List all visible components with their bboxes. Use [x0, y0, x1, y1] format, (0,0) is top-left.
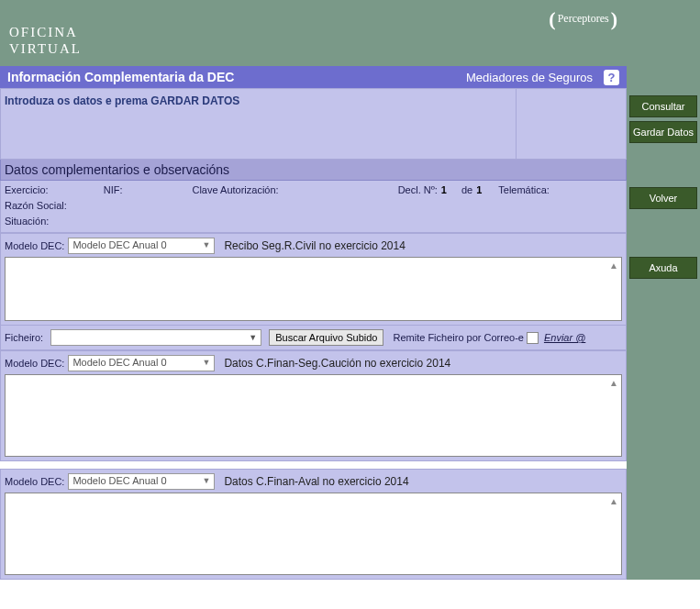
- nif-label: NIF:: [104, 184, 123, 195]
- de-label: de1: [461, 184, 482, 195]
- brand-line2: VIRTUAL: [9, 40, 82, 57]
- model-label-1: Modelo DEC:: [5, 358, 64, 369]
- scroll-up-icon[interactable]: ▲: [609, 260, 618, 271]
- block-title-2: Datos C.Finan-Aval no exercicio 2014: [224, 475, 408, 488]
- brand-logo: OFICINA VIRTUAL: [9, 24, 82, 57]
- perceptores-link[interactable]: Perceptores: [549, 7, 617, 31]
- section-header: Datos complementarios e observacións: [0, 160, 627, 181]
- axuda-button[interactable]: Axuda: [629, 257, 697, 279]
- exercicio-label: Exercicio:: [5, 184, 49, 195]
- textarea-2[interactable]: ▲: [5, 493, 622, 575]
- block-title-1: Datos C.Finan-Seg.Caución no exercicio 2…: [224, 357, 450, 370]
- instruction-text: Introduza os datos e prema GARDAR DATOS: [0, 88, 517, 160]
- clave-label: Clave Autorización:: [192, 184, 278, 195]
- top-bar: OFICINA VIRTUAL Perceptores: [0, 0, 627, 66]
- header-bar: Información Complementaria da DEC Mediad…: [0, 66, 627, 88]
- decl-num: 1: [441, 184, 447, 195]
- remite-checkbox[interactable]: [527, 332, 539, 344]
- brand-line1: OFICINA: [9, 24, 82, 40]
- file-row: Ficheiro: Buscar Arquivo Subido Remite F…: [0, 326, 627, 350]
- volver-button[interactable]: Volver: [629, 187, 697, 209]
- model-select-2[interactable]: Modelo DEC Anual 0: [68, 473, 215, 490]
- model-select-0[interactable]: Modelo DEC Anual 0: [68, 238, 215, 254]
- gardar-datos-button[interactable]: Gardar Datos: [629, 121, 697, 143]
- textarea-1[interactable]: ▲: [5, 374, 622, 457]
- decl-label: Decl. Nº:1: [398, 184, 447, 195]
- block-title-0: Recibo Seg.R.Civil no exercicio 2014: [224, 239, 405, 252]
- scroll-up-icon[interactable]: ▲: [609, 496, 618, 506]
- model-block-1: Modelo DEC: Modelo DEC Anual 0 Datos C.F…: [0, 350, 627, 461]
- side-button-panel: Consultar Gardar Datos Volver Axuda: [627, 0, 700, 580]
- ficheiro-select[interactable]: [50, 329, 261, 346]
- model-block-2: Modelo DEC: Modelo DEC Anual 0 Datos C.F…: [0, 469, 627, 580]
- instruction-row: Introduza os datos e prema GARDAR DATOS: [0, 88, 627, 160]
- enviar-link[interactable]: Enviar @: [544, 332, 585, 343]
- model-select-1[interactable]: Modelo DEC Anual 0: [68, 355, 215, 371]
- de-num: 1: [476, 184, 482, 195]
- scroll-up-icon[interactable]: ▲: [609, 378, 618, 388]
- model-label-2: Modelo DEC:: [5, 476, 64, 487]
- textarea-0[interactable]: ▲: [5, 257, 622, 321]
- instruction-side: [517, 88, 627, 160]
- situacion-label: Situación:: [5, 216, 49, 227]
- remite-label: Remite Ficheiro por Correo-e: [393, 332, 523, 343]
- telematica-label: Telemática:: [498, 184, 550, 195]
- buscar-arquivo-button[interactable]: Buscar Arquivo Subido: [269, 329, 383, 346]
- razon-label: Razón Social:: [5, 200, 67, 211]
- page-subtitle: Mediadores de Seguros: [466, 71, 593, 84]
- ficheiro-label: Ficheiro:: [5, 332, 43, 343]
- consultar-button[interactable]: Consultar: [629, 95, 697, 117]
- page-title: Información Complementaria da DEC: [7, 70, 234, 84]
- model-block-0: Modelo DEC: Modelo DEC Anual 0 Recibo Se…: [0, 233, 627, 326]
- model-label-0: Modelo DEC:: [5, 240, 64, 251]
- info-panel: Exercicio: NIF: Clave Autorización: Decl…: [0, 181, 627, 233]
- help-icon[interactable]: ?: [604, 70, 619, 85]
